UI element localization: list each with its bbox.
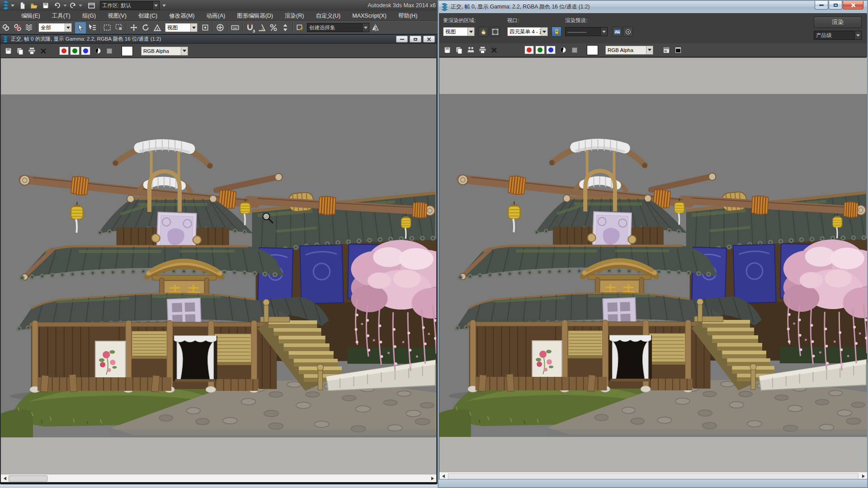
- menu-customize[interactable]: 自定义(U): [310, 11, 346, 21]
- monochrome-channel-icon[interactable]: [557, 44, 569, 56]
- menu-views[interactable]: 视图(V): [102, 11, 132, 21]
- scroll-left-arrow[interactable]: [1, 474, 9, 482]
- undo-dropdown-icon[interactable]: [63, 5, 67, 7]
- edit-region-icon[interactable]: [478, 27, 488, 37]
- render-button-label: 渲染: [832, 18, 844, 26]
- menu-maxscript[interactable]: MAXScript(X): [346, 11, 392, 21]
- blue-channel-button[interactable]: [81, 47, 90, 55]
- window-crossing-toggle-icon[interactable]: [113, 22, 125, 34]
- red-channel-button[interactable]: [524, 46, 534, 54]
- red-channel-button[interactable]: [59, 47, 69, 55]
- project-folder-icon[interactable]: [86, 0, 97, 10]
- copy-image-icon[interactable]: [14, 45, 26, 57]
- background-color-swatch[interactable]: [122, 46, 133, 56]
- edit-named-selection-sets-icon[interactable]: [294, 22, 306, 34]
- save-file-icon[interactable]: [40, 0, 51, 10]
- channel-display-value: RGB Alpha: [142, 48, 181, 54]
- channel-display-dropdown[interactable]: RGB Alpha: [605, 46, 653, 55]
- select-and-rotate-icon[interactable]: [140, 22, 151, 34]
- toggle-ui-overlays-icon[interactable]: [660, 44, 672, 56]
- print-image-icon[interactable]: [476, 44, 488, 56]
- spinner-snap-toggle-icon[interactable]: [279, 22, 291, 34]
- angle-snap-toggle-icon[interactable]: [256, 22, 268, 34]
- alpha-channel-icon[interactable]: [104, 45, 115, 57]
- blue-channel-button[interactable]: [546, 46, 556, 54]
- channel-display-dropdown[interactable]: RGB Alpha: [141, 47, 188, 56]
- close-button[interactable]: [423, 36, 435, 42]
- undo-icon[interactable]: [52, 0, 63, 10]
- workspace-dropdown[interactable]: 工作区: 默认: [100, 1, 160, 10]
- menu-animation[interactable]: 动画(A): [200, 11, 231, 21]
- right-window-titlebar[interactable]: 正交, 帧 0, 显示 Gamma: 2.2, RGBA 颜色 16 位/通道 …: [439, 1, 867, 13]
- open-file-icon[interactable]: [28, 0, 39, 10]
- menu-group[interactable]: 组(G): [76, 11, 102, 21]
- app-logo-icon[interactable]: [0, 0, 16, 10]
- keyboard-shortcut-override-icon[interactable]: [229, 22, 241, 34]
- percent-snap-toggle-icon[interactable]: [268, 22, 279, 34]
- save-preset-icon[interactable]: [612, 27, 622, 37]
- redo-dropdown-icon[interactable]: [79, 5, 82, 7]
- minimize-button[interactable]: [396, 36, 408, 42]
- selection-filter-dropdown[interactable]: 全部: [38, 23, 72, 32]
- left-render-canvas[interactable]: [1, 58, 436, 474]
- render-mode-dropdown[interactable]: 产品级: [814, 31, 862, 40]
- select-and-link-icon[interactable]: [0, 22, 12, 34]
- region-label: 要渲染的区域:: [443, 17, 476, 24]
- clear-image-icon[interactable]: [488, 44, 500, 56]
- select-and-move-icon[interactable]: [128, 22, 140, 34]
- area-to-render-dropdown[interactable]: 视图: [443, 27, 475, 36]
- background-color-swatch[interactable]: [587, 45, 598, 55]
- menu-edit[interactable]: 编辑(E): [15, 11, 46, 21]
- snaps-toggle-icon[interactable]: 3: [244, 22, 256, 34]
- copy-image-icon[interactable]: [453, 44, 465, 56]
- maximize-button[interactable]: [410, 36, 421, 42]
- close-button[interactable]: [843, 1, 863, 9]
- minimize-button[interactable]: [815, 1, 828, 9]
- menu-graph-editors[interactable]: 图形编辑器(D): [231, 11, 279, 21]
- print-image-icon[interactable]: [26, 45, 38, 57]
- bind-to-space-warp-icon[interactable]: [24, 22, 35, 34]
- green-channel-button[interactable]: [70, 47, 80, 55]
- menu-help[interactable]: 帮助(H): [392, 11, 423, 21]
- viewport-lock-icon[interactable]: [552, 27, 561, 37]
- clone-rendered-frame-icon[interactable]: [465, 44, 476, 56]
- viewport-dropdown[interactable]: 四元菜单 4 - 正交: [507, 27, 548, 36]
- render-button[interactable]: 渲染: [814, 16, 862, 28]
- save-image-icon[interactable]: [2, 45, 14, 57]
- menu-modifiers[interactable]: 修改器(M): [163, 11, 200, 21]
- select-and-manipulate-icon[interactable]: [214, 22, 226, 34]
- select-object-icon[interactable]: [75, 22, 86, 34]
- left-window-titlebar[interactable]: 正交, 帧 0 的克隆, 显示 Gamma: 2.2, RGBA 颜色 16 位…: [0, 35, 437, 44]
- clear-image-icon[interactable]: [38, 45, 49, 57]
- menu-create[interactable]: 创建(C): [132, 11, 163, 21]
- mirror-icon[interactable]: [369, 22, 381, 34]
- render-preset-value: -----------: [566, 29, 600, 34]
- auto-region-icon[interactable]: [490, 27, 500, 37]
- right-render-canvas[interactable]: [439, 58, 867, 472]
- left-horizontal-scrollbar[interactable]: [1, 474, 436, 482]
- alpha-channel-icon[interactable]: [569, 44, 580, 56]
- maximize-button[interactable]: [829, 1, 842, 9]
- right-window-toolbar: RGB Alpha: [439, 43, 867, 57]
- scrollbar-thumb[interactable]: [448, 473, 859, 479]
- unlink-selection-icon[interactable]: [12, 22, 24, 34]
- redo-icon[interactable]: [67, 0, 78, 10]
- scroll-right-arrow[interactable]: [429, 474, 436, 482]
- render-setup-icon[interactable]: [623, 27, 633, 37]
- save-image-icon[interactable]: [441, 44, 453, 56]
- toggle-ui-icon[interactable]: [672, 44, 684, 56]
- green-channel-button[interactable]: [535, 46, 545, 54]
- select-by-name-icon[interactable]: [86, 22, 98, 34]
- render-preset-dropdown[interactable]: -----------: [565, 27, 608, 36]
- named-selection-sets-dropdown[interactable]: 创建选择集: [307, 23, 369, 32]
- monochrome-channel-icon[interactable]: [92, 45, 104, 57]
- menu-rendering[interactable]: 渲染(R): [279, 11, 310, 21]
- reference-coordinate-dropdown[interactable]: 视图: [165, 23, 198, 32]
- scrollbar-thumb[interactable]: [9, 475, 47, 482]
- menu-tools[interactable]: 工具(T): [46, 11, 76, 21]
- use-pivot-point-icon[interactable]: [199, 22, 211, 34]
- rectangular-selection-region-icon[interactable]: [101, 22, 113, 34]
- workspace-extra-dropdown-icon[interactable]: [162, 5, 166, 7]
- select-and-scale-icon[interactable]: [151, 22, 163, 34]
- new-file-icon[interactable]: [17, 0, 28, 10]
